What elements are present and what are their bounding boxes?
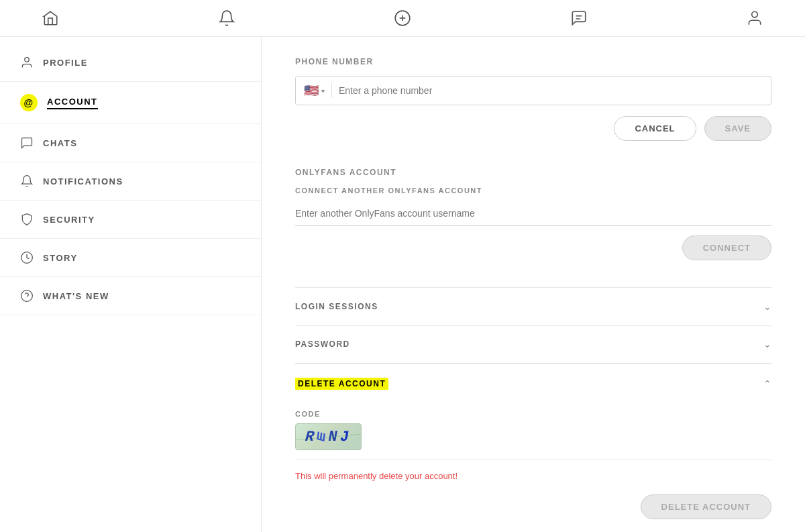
top-navigation [0, 0, 805, 37]
sidebar-item-security[interactable]: SECURITY [0, 201, 261, 239]
messages-nav-icon[interactable] [569, 8, 589, 28]
chat-icon [20, 136, 34, 150]
phone-button-row: CANCEL SAVE [295, 116, 771, 141]
sidebar-item-whats-new[interactable]: WHAT'S NEW [0, 277, 261, 315]
phone-number-title: PHONE NUMBER [295, 57, 771, 66]
security-label: SECURITY [43, 215, 95, 225]
profile-nav-icon[interactable] [745, 8, 765, 28]
password-label: PASSWORD [295, 339, 350, 349]
account-label: ACCOUNT [47, 97, 98, 109]
notifications-label: NOTIFICATIONS [43, 176, 123, 187]
save-button[interactable]: SAVE [704, 116, 771, 141]
shield-icon [20, 213, 34, 226]
login-sessions-label: LOGIN SESSIONS [295, 302, 378, 311]
create-nav-icon[interactable] [392, 8, 413, 28]
captcha-image: R ш N J [295, 423, 362, 450]
bell-icon [20, 174, 34, 188]
page-layout: PROFILE @ ACCOUNT CHATS NOTIFICATIONS SE… [0, 37, 805, 532]
code-label: CODE [295, 410, 771, 418]
clock-icon [20, 251, 34, 264]
user-icon [20, 56, 34, 69]
password-chevron-icon: ⌄ [763, 339, 771, 350]
flag-chevron-icon: ▾ [321, 87, 325, 95]
onlyfans-account-section: ONLYFANS ACCOUNT CONNECT ANOTHER ONLYFAN… [295, 168, 771, 260]
cancel-button[interactable]: CANCEL [614, 116, 696, 141]
captcha-text-3: N [328, 429, 339, 445]
svg-point-5 [752, 11, 758, 17]
captcha-text-4: J [338, 429, 353, 445]
sidebar-item-account[interactable]: @ ACCOUNT [0, 82, 261, 124]
chats-label: CHATS [43, 138, 77, 148]
svg-point-8 [21, 290, 33, 302]
sidebar-item-chats[interactable]: CHATS [0, 124, 261, 162]
onlyfans-username-input[interactable] [295, 201, 771, 226]
at-sign-icon: @ [20, 94, 38, 111]
connect-button[interactable]: CONNECT [682, 235, 771, 260]
svg-point-6 [25, 58, 30, 62]
sidebar-item-story[interactable]: STORY [0, 239, 261, 277]
sidebar-item-notifications[interactable]: NOTIFICATIONS [0, 162, 261, 201]
phone-number-input[interactable] [339, 85, 763, 96]
onlyfans-title: ONLYFANS ACCOUNT [295, 168, 771, 177]
whats-new-label: WHAT'S NEW [43, 291, 109, 301]
profile-label: PROFILE [43, 58, 88, 68]
delete-warning-text: This will permanently delete your accoun… [295, 471, 771, 481]
delete-account-header[interactable]: DELETE ACCOUNT ⌃ [295, 364, 771, 403]
main-content: PHONE NUMBER 🇺🇸 ▾ CANCEL SAVE ONLYFANS A… [262, 37, 805, 532]
home-nav-icon[interactable] [40, 8, 60, 28]
login-sessions-row[interactable]: LOGIN SESSIONS ⌄ [295, 287, 771, 326]
help-circle-icon [20, 289, 34, 303]
flag-emoji: 🇺🇸 [304, 83, 319, 98]
sidebar-item-profile[interactable]: PROFILE [0, 44, 261, 82]
story-label: STORY [43, 253, 78, 263]
login-sessions-chevron-icon: ⌄ [763, 301, 771, 312]
delete-account-button[interactable]: DELETE ACCOUNT [641, 494, 771, 519]
phone-input-row: 🇺🇸 ▾ [295, 76, 771, 105]
country-flag-select[interactable]: 🇺🇸 ▾ [304, 83, 332, 98]
delete-account-section: DELETE ACCOUNT ⌃ CODE R ш N J This will … [295, 364, 771, 519]
delete-account-chevron-icon: ⌃ [763, 378, 771, 389]
onlyfans-subtitle: CONNECT ANOTHER ONLYFANS ACCOUNT [295, 187, 771, 195]
notifications-nav-icon[interactable] [217, 8, 237, 28]
delete-account-title: DELETE ACCOUNT [295, 378, 388, 390]
captcha-text-2: ш [316, 427, 329, 447]
phone-number-section: PHONE NUMBER 🇺🇸 ▾ CANCEL SAVE [295, 57, 771, 141]
password-row[interactable]: PASSWORD ⌄ [295, 325, 771, 364]
sidebar: PROFILE @ ACCOUNT CHATS NOTIFICATIONS SE… [0, 37, 262, 532]
